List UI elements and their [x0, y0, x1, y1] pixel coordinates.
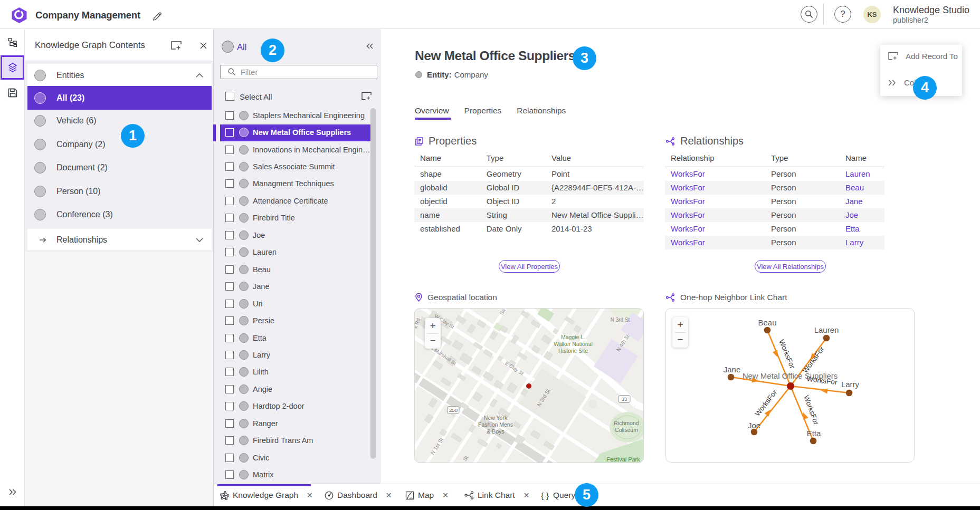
svg-text:Etta: Etta: [807, 429, 821, 438]
svg-text:Festival Park: Festival Park: [606, 456, 640, 463]
svg-text:Lauren: Lauren: [814, 325, 839, 334]
svg-text:Larry: Larry: [841, 380, 860, 389]
svg-text:Richmond: Richmond: [614, 420, 639, 426]
svg-text:Joe: Joe: [748, 421, 760, 430]
svg-text:Coliseum: Coliseum: [615, 427, 638, 433]
svg-text:New York: New York: [484, 415, 508, 421]
svg-text:Walker National: Walker National: [554, 341, 593, 347]
svg-text:33: 33: [622, 396, 627, 402]
svg-text:250: 250: [449, 407, 458, 413]
svg-text:N 3rd St: N 3rd St: [611, 317, 630, 323]
svg-text:New Metal Office Suppliers: New Metal Office Suppliers: [743, 371, 838, 380]
svg-text:Historic Site: Historic Site: [558, 348, 588, 354]
svg-text:& Boys: & Boys: [487, 428, 504, 435]
svg-text:Maggie L.: Maggie L.: [561, 334, 585, 340]
svg-text:Beau: Beau: [758, 318, 776, 327]
svg-text:Jane: Jane: [724, 365, 741, 374]
svg-text:Fashion Mens: Fashion Mens: [478, 421, 513, 428]
